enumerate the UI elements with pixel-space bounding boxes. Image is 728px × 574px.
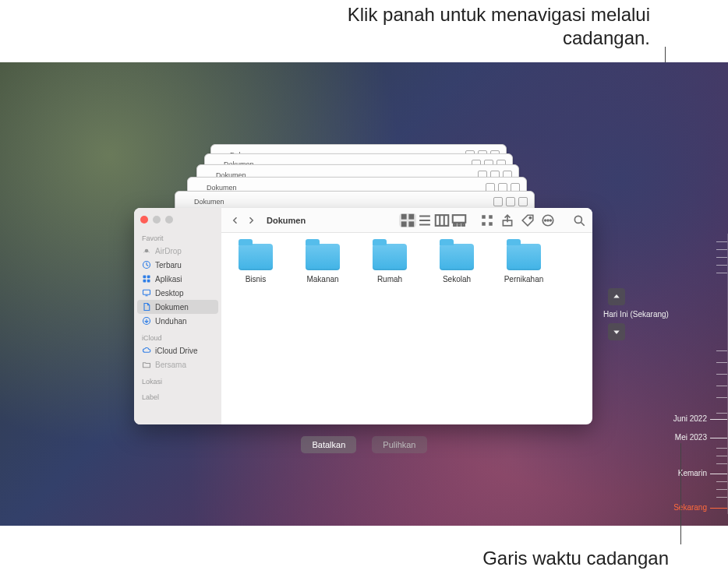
cancel-button[interactable]: Batalkan bbox=[301, 436, 356, 453]
svg-point-25 bbox=[547, 220, 549, 221]
desktop-icon bbox=[142, 288, 151, 298]
sidebar-item-aplikasi[interactable]: Aplikasi bbox=[134, 272, 221, 286]
folder-label: Pernikahan bbox=[504, 275, 544, 283]
annotation-arrows: Klik panah untuk menavigasi melalui cada… bbox=[260, 3, 650, 50]
sidebar-header-icloud: iCloud bbox=[134, 331, 221, 343]
documents-icon bbox=[142, 302, 151, 312]
cloud-icon bbox=[142, 346, 151, 355]
folder-icon bbox=[239, 244, 273, 270]
svg-rect-13 bbox=[453, 215, 466, 223]
window-traffic-lights bbox=[134, 213, 221, 230]
folder-item[interactable]: Bisnis bbox=[231, 244, 281, 283]
time-machine-actions: Batalkan Pulihkan bbox=[0, 436, 728, 453]
folder-label: Makanan bbox=[306, 275, 338, 283]
timeline-label: Kemarin bbox=[678, 469, 707, 477]
zoom-window-button[interactable] bbox=[165, 216, 173, 224]
folder-item[interactable]: Pernikahan bbox=[499, 244, 549, 283]
tags-button[interactable] bbox=[521, 213, 535, 227]
view-mode-segmented bbox=[399, 213, 468, 227]
svg-rect-18 bbox=[482, 222, 486, 226]
svg-rect-11 bbox=[408, 221, 414, 227]
applications-icon bbox=[142, 274, 151, 283]
folder-label: Bisnis bbox=[246, 275, 267, 283]
view-list-button[interactable] bbox=[416, 213, 433, 227]
annotation-timeline-text: Garis waktu cadangan bbox=[482, 548, 669, 569]
finder-content: Bisnis Makanan Rumah Sekolah Pernikahan bbox=[221, 233, 592, 424]
shared-folder-icon bbox=[142, 360, 151, 369]
airdrop-icon bbox=[142, 246, 151, 255]
more-actions-button[interactable] bbox=[541, 213, 555, 227]
sidebar-item-bersama[interactable]: Bersama bbox=[134, 357, 221, 372]
group-by-button[interactable] bbox=[480, 213, 494, 227]
finder-window: Favorit AirDrop Terbaru Aplikasi Desktop bbox=[134, 208, 592, 424]
sidebar-item-label: Aplikasi bbox=[155, 275, 182, 283]
svg-rect-19 bbox=[489, 215, 493, 219]
svg-rect-6 bbox=[143, 290, 150, 294]
folder-item[interactable]: Rumah bbox=[365, 244, 415, 283]
window-title: Dokumen bbox=[267, 216, 306, 225]
sidebar-item-label: Desktop bbox=[155, 289, 184, 298]
sidebar-item-airdrop[interactable]: AirDrop bbox=[134, 244, 221, 258]
svg-rect-20 bbox=[489, 222, 493, 226]
svg-rect-15 bbox=[458, 224, 461, 226]
svg-point-26 bbox=[550, 220, 551, 221]
close-window-button[interactable] bbox=[140, 216, 148, 224]
backup-timeline[interactable]: Juni 2022 Mei 2023 Kemarin Sekarang bbox=[673, 234, 728, 514]
view-icon-button[interactable] bbox=[399, 213, 416, 227]
svg-rect-16 bbox=[462, 224, 465, 226]
svg-rect-3 bbox=[147, 276, 150, 279]
sidebar-header-lokasi: Lokasi bbox=[134, 375, 221, 387]
backup-next-button[interactable] bbox=[608, 323, 625, 340]
sidebar-header-favorit: Favorit bbox=[134, 231, 221, 244]
svg-rect-14 bbox=[454, 224, 456, 226]
svg-point-22 bbox=[529, 217, 531, 218]
view-gallery-button[interactable] bbox=[451, 213, 468, 227]
sidebar-item-label: Unduhan bbox=[155, 317, 187, 326]
svg-rect-4 bbox=[143, 280, 147, 283]
sidebar-item-icloud-drive[interactable]: iCloud Drive bbox=[134, 343, 221, 357]
search-button[interactable] bbox=[572, 213, 586, 227]
svg-rect-12 bbox=[436, 215, 449, 226]
finder-sidebar: Favorit AirDrop Terbaru Aplikasi Desktop bbox=[134, 208, 221, 424]
timeline-label-now: Sekarang bbox=[673, 503, 707, 512]
sidebar-item-label: iCloud Drive bbox=[155, 347, 197, 355]
timeline-label: Juni 2022 bbox=[673, 414, 707, 423]
sidebar-item-label: AirDrop bbox=[155, 247, 182, 255]
folder-item[interactable]: Sekolah bbox=[432, 244, 482, 283]
folder-label: Rumah bbox=[377, 275, 402, 283]
clock-icon bbox=[142, 260, 151, 269]
svg-rect-9 bbox=[408, 213, 414, 219]
folder-icon bbox=[440, 244, 474, 270]
nav-back-button[interactable] bbox=[228, 213, 243, 227]
svg-rect-17 bbox=[482, 215, 486, 219]
svg-rect-10 bbox=[401, 221, 407, 227]
sidebar-item-label: Bersama bbox=[155, 361, 186, 369]
sidebar-item-dokumen[interactable]: Dokumen bbox=[137, 300, 218, 314]
sidebar-item-label: Dokumen bbox=[155, 303, 189, 312]
folder-icon bbox=[507, 244, 541, 270]
finder-toolbar: Dokumen bbox=[221, 208, 592, 233]
svg-rect-2 bbox=[143, 276, 147, 279]
share-button[interactable] bbox=[500, 213, 514, 227]
annotation-timeline: Garis waktu cadangan bbox=[482, 548, 669, 569]
backup-previous-button[interactable] bbox=[608, 288, 625, 305]
annotation-leader-line bbox=[680, 443, 681, 544]
svg-rect-5 bbox=[147, 280, 150, 283]
downloads-icon bbox=[142, 316, 151, 326]
sidebar-item-unduhan[interactable]: Unduhan bbox=[134, 314, 221, 328]
sidebar-item-terbaru[interactable]: Terbaru bbox=[134, 258, 221, 272]
folder-icon bbox=[373, 244, 407, 270]
minimize-window-button[interactable] bbox=[153, 216, 161, 224]
nav-forward-button[interactable] bbox=[243, 213, 259, 227]
folder-label: Sekolah bbox=[443, 275, 471, 283]
svg-point-24 bbox=[545, 220, 546, 221]
annotation-arrows-text: Klik panah untuk menavigasi melalui cada… bbox=[348, 4, 650, 48]
restore-button[interactable]: Pulihkan bbox=[372, 436, 426, 453]
svg-rect-8 bbox=[401, 213, 407, 219]
sidebar-item-label: Terbaru bbox=[155, 261, 182, 269]
timeline-label: Mei 2023 bbox=[675, 433, 707, 442]
folder-item[interactable]: Makanan bbox=[298, 244, 348, 283]
view-column-button[interactable] bbox=[433, 213, 451, 227]
folder-icon bbox=[306, 244, 340, 270]
sidebar-item-desktop[interactable]: Desktop bbox=[134, 286, 221, 300]
